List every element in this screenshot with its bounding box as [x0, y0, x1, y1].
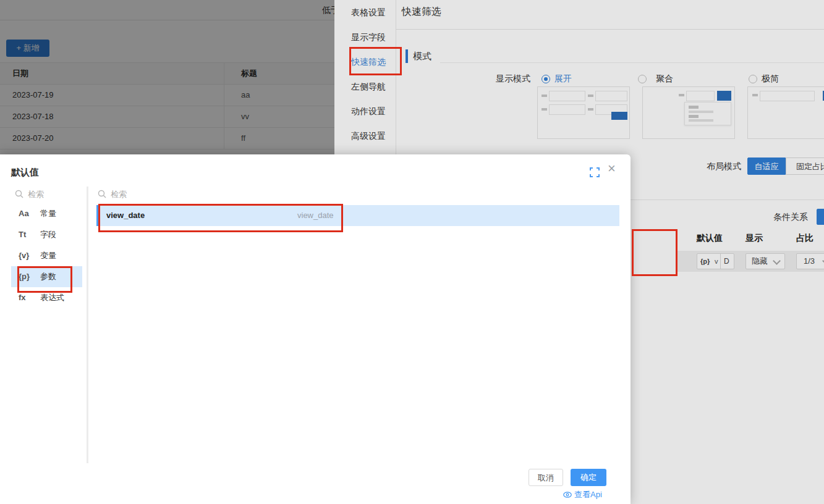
aggregate-mode-preview [642, 86, 735, 139]
parameter-value: view_date [297, 205, 334, 226]
modal-title: 默认值 [11, 167, 39, 178]
sidebar-item-expression[interactable]: fx 表达式 [11, 287, 82, 308]
input-divider [720, 254, 721, 269]
thumb-shape [679, 94, 684, 96]
thumb-shape [549, 91, 585, 101]
menu-item-advanced-settings[interactable]: 高级设置 [334, 124, 396, 148]
radio-dot [544, 77, 548, 81]
field-type-icon: Tt [19, 224, 26, 245]
thumb-shape [542, 108, 547, 111]
default-value-input[interactable]: {p} v D [697, 253, 734, 269]
param-text: v [715, 254, 718, 269]
relation-and-button[interactable]: 并且 [817, 209, 824, 225]
parameter-list-item-selected[interactable]: view_date view_date [96, 205, 619, 226]
radio-expand[interactable] [542, 75, 550, 83]
eye-icon [563, 492, 572, 498]
thumb-shape [689, 115, 699, 118]
thumb-shape [549, 104, 585, 115]
menu-item-display-fields[interactable]: 显示字段 [334, 25, 396, 49]
layout-fixed-button[interactable]: 固定占比 [786, 158, 824, 175]
display-select[interactable]: 隐藏 [745, 253, 785, 269]
layout-adaptive-button[interactable]: 自适应 [747, 158, 786, 175]
search-icon [15, 190, 23, 198]
thumb-shape [611, 112, 627, 120]
close-icon[interactable]: × [608, 162, 616, 175]
menu-item-quick-filter[interactable]: 快速筛选 [334, 49, 396, 74]
menu-item-action-settings[interactable]: 动作设置 [334, 99, 396, 124]
ratio-select-value: 1/3 [804, 254, 815, 269]
sidebar-item-label: 参数 [40, 266, 56, 287]
confirm-button[interactable]: 确定 [571, 469, 606, 486]
thumb-shape [542, 94, 547, 97]
thumb-shape [760, 91, 815, 101]
sidebar-divider [87, 187, 88, 463]
sidebar-item-field[interactable]: Tt 字段 [11, 224, 82, 245]
constant-type-icon: Aa [19, 203, 29, 224]
parameter-type-icon: {p} [19, 266, 30, 287]
section-title-line [440, 62, 824, 63]
radio-minimal-label[interactable]: 极简 [762, 74, 779, 85]
sidebar-item-label: 字段 [40, 224, 56, 245]
layout-mode-label: 布局模式 [707, 161, 741, 172]
sidebar-item-label: 表达式 [40, 287, 64, 308]
condition-relation-label: 条件关系 [773, 212, 808, 223]
default-value-modal: 默认值 × 检索 Aa 常量 Tt 字段 {v} 变量 {p} 参数 [0, 154, 631, 504]
cancel-button[interactable]: 取消 [529, 469, 563, 486]
sidebar-search-input[interactable]: 检索 [28, 189, 44, 200]
menu-item-left-nav[interactable]: 左侧导航 [334, 74, 396, 99]
display-mode-label: 显示模式 [496, 74, 530, 85]
sidebar-item-label: 常量 [40, 203, 56, 224]
search-icon [98, 190, 106, 198]
minimal-mode-preview [747, 86, 824, 139]
sidebar-item-label: 变量 [40, 245, 56, 266]
sidebar-item-variable[interactable]: {v} 变量 [11, 245, 82, 266]
expression-type-icon: fx [19, 287, 26, 308]
thumb-shape [752, 94, 758, 96]
drawer-title-divider [396, 29, 824, 30]
radio-minimal[interactable] [749, 75, 757, 83]
section-accent-bar [406, 49, 408, 63]
column-header-default-value: 默认值 [697, 233, 723, 244]
expand-mode-preview [537, 86, 630, 139]
param-tag: {p} [700, 254, 710, 269]
thumb-shape [717, 91, 731, 101]
radio-expand-label[interactable]: 展开 [554, 74, 572, 85]
sidebar-item-parameter[interactable]: {p} 参数 [11, 266, 82, 287]
chevron-down-icon [773, 257, 781, 265]
parameter-name: view_date [106, 205, 145, 226]
menu-item-table-settings[interactable]: 表格设置 [334, 0, 396, 25]
thumb-shape [689, 119, 713, 122]
thumb-shape [689, 106, 699, 109]
drawer-title: 快速筛选 [402, 6, 441, 19]
ratio-select[interactable]: 1/3 [796, 253, 824, 269]
thumb-shape [595, 91, 627, 101]
radio-aggregate[interactable] [638, 75, 647, 83]
section-title-mode: 模式 [413, 51, 431, 62]
list-search-input[interactable]: 检索 [111, 189, 127, 200]
thumb-shape [689, 111, 713, 113]
variable-type-icon: {v} [19, 245, 29, 266]
thumb-shape [588, 94, 593, 97]
column-header-display: 显示 [745, 233, 763, 244]
thumb-shape [588, 108, 593, 111]
thumb-shape [686, 91, 715, 101]
fullscreen-icon[interactable] [590, 167, 600, 177]
screen: 低于 + 新增 日期 标题 2023-07-19 aa 2023-07-18 v… [0, 0, 824, 504]
sidebar-item-constant[interactable]: Aa 常量 [11, 203, 82, 224]
radio-aggregate-label[interactable]: 聚合 [656, 74, 673, 85]
display-select-value: 隐藏 [752, 254, 768, 269]
param-extra: D [724, 254, 729, 269]
view-api-link[interactable]: 查看Api [574, 489, 602, 500]
column-header-ratio: 占比 [796, 233, 813, 244]
